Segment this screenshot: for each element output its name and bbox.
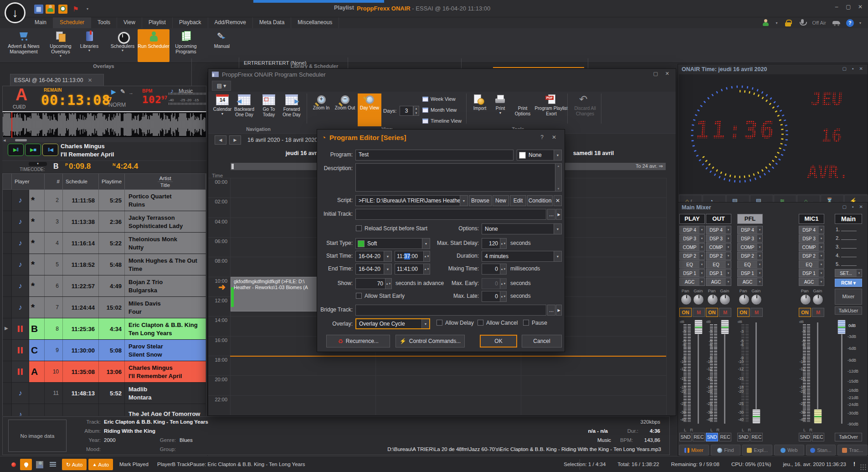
- mixer-panel-tab[interactable]: Expl...: [742, 445, 772, 456]
- channel-fader[interactable]: dB -3 -5 -6 -9 -10 -12 -15 -18 -20 -25 -…: [679, 320, 705, 426]
- reload-script-checkbox[interactable]: [356, 225, 362, 231]
- gain-knob[interactable]: [719, 294, 730, 305]
- main-fader[interactable]: 0dB -3dB -6dB -9dB -12dB -15dB -18dB -21…: [835, 320, 862, 426]
- ribbon-button[interactable]: Upcoming Overlays ▼: [46, 29, 76, 62]
- start-date-select[interactable]: 16-04-20▼: [355, 251, 392, 262]
- script-edit-button[interactable]: Edit: [510, 195, 526, 206]
- calendar-hour-row[interactable]: 18:00: [208, 356, 666, 375]
- scheduler-view-button[interactable]: Day View: [358, 93, 381, 126]
- channel-name[interactable]: PFL: [737, 214, 763, 224]
- talkover-button[interactable]: TalkOver: [835, 433, 862, 441]
- ribbon-button[interactable]: Libraries ▼: [77, 29, 101, 62]
- waveform[interactable]: [2, 111, 206, 138]
- snd-button[interactable]: SND: [679, 433, 692, 441]
- fx-slot[interactable]: DSP 2▼: [679, 252, 705, 260]
- menu-tab[interactable]: Playlist: [142, 17, 173, 28]
- fx-slot[interactable]: DSP 1▼: [799, 269, 824, 277]
- fx-slot[interactable]: DSP 1▼: [737, 269, 763, 277]
- table-row[interactable]: ▶ ♪ * 4 11:16:14 5:22 Thelonious Monk Nu…: [3, 233, 206, 254]
- flag-icon[interactable]: ⚑: [71, 5, 80, 14]
- scheduler-nav-button[interactable]: Go To Today ▼: [257, 93, 280, 126]
- allow-delay-checkbox[interactable]: [437, 320, 442, 326]
- table-row[interactable]: ▶ ♪ * 6 11:22:57 4:49 Bojan Z Trio Bulga…: [3, 275, 206, 297]
- fx-slot[interactable]: DSP 3▼: [799, 234, 824, 243]
- resize-grip[interactable]: [860, 464, 866, 470]
- fx-slot[interactable]: DSP 2▼: [737, 252, 763, 260]
- table-row[interactable]: ▶ ♪ 11 11:48:13 5:52 Madlib Montara: [3, 383, 206, 404]
- max-start-delay-spinner[interactable]: 120▲▼: [482, 238, 507, 249]
- channel-on-button[interactable]: ON: [737, 308, 750, 317]
- bridge-track-input[interactable]: [355, 305, 546, 316]
- fader-knob[interactable]: [752, 409, 760, 424]
- bridge-browse-button[interactable]: ...: [547, 305, 555, 316]
- menu-tab[interactable]: Meta Data: [253, 17, 291, 28]
- dialog-help-icon[interactable]: ?: [540, 134, 544, 140]
- onair-light-button[interactable]: [20, 459, 32, 470]
- waveform-scrollbar[interactable]: ◀: [2, 138, 206, 142]
- start-type-select[interactable]: Soft▼: [355, 238, 430, 249]
- menu-tab[interactable]: Playback: [173, 17, 208, 28]
- ribbon-button[interactable]: Run Scheduler ▼: [138, 29, 169, 62]
- description-textarea[interactable]: [355, 163, 562, 192]
- channel-mute-button[interactable]: M: [693, 308, 705, 317]
- menu-tab[interactable]: Scheduler: [53, 17, 91, 28]
- mark-played-label[interactable]: Mark Played: [119, 462, 149, 467]
- table-row[interactable]: ▶ ♪ A 10 11:35:08 13:06 Charles Mingus I…: [3, 361, 206, 383]
- start-time-spinner[interactable]: 11:37:00▲▼: [395, 251, 430, 262]
- days-spinner-arrows[interactable]: ▲▼: [413, 106, 419, 116]
- mixer-panel-tab[interactable]: Find: [711, 445, 741, 456]
- onair-close-icon[interactable]: ✕: [859, 66, 863, 71]
- minimize-button[interactable]: ‒: [832, 4, 842, 10]
- scheduler-view-button[interactable]: Zoom Out: [333, 93, 357, 126]
- rec-button[interactable]: REC: [750, 433, 763, 441]
- calendar-hour-row[interactable]: 20:00: [208, 375, 666, 395]
- days-spinner[interactable]: 3: [400, 106, 413, 116]
- alert-indicator[interactable]: !: [853, 461, 855, 467]
- initial-track-play-button[interactable]: ▶: [556, 209, 562, 220]
- main-fader-knob[interactable]: [837, 320, 846, 334]
- help-caret-icon[interactable]: ▾: [859, 21, 861, 25]
- mixer-panel-tab[interactable]: Stan...: [806, 445, 836, 456]
- quick-clock-icon[interactable]: [58, 5, 67, 14]
- rcm-button[interactable]: RCM ▾: [835, 279, 862, 287]
- pan-knob[interactable]: [681, 294, 692, 305]
- fx-slot[interactable]: COMP▼: [737, 243, 763, 251]
- ribbon-button[interactable]: Upcoming Programs ▼: [171, 29, 200, 62]
- table-row[interactable]: ▶ ♪ * 3 11:13:38 2:36 Jacky Terrasson So…: [3, 211, 206, 233]
- channel-fader[interactable]: dB -3 -5 -6 -9 -10 -12 -15 -18 -20 -25 -…: [799, 320, 824, 426]
- recurrence-button[interactable]: ♻Recurrence...: [326, 335, 390, 348]
- qat-caret-icon[interactable]: ▾: [83, 5, 92, 14]
- maximize-button[interactable]: ▢: [843, 4, 853, 10]
- app-grid-icon[interactable]: ▦: [34, 5, 43, 14]
- microphone-icon[interactable]: [798, 19, 807, 27]
- fx-slot[interactable]: AGC▼: [679, 278, 705, 286]
- duration-select[interactable]: 4 minutes▼: [482, 251, 562, 262]
- channel-name[interactable]: OUT: [706, 214, 731, 224]
- fx-slot[interactable]: COMP▼: [679, 243, 705, 251]
- table-row[interactable]: ▶ ♪ * 2 11:11:58 5:25 Portico Quartet Ru…: [3, 190, 206, 211]
- close-button[interactable]: ✕: [855, 4, 865, 10]
- gain-knob[interactable]: [693, 294, 704, 305]
- scheduler-restore-icon[interactable]: ▢: [653, 71, 657, 77]
- cue-back-button[interactable]: ‖◀: [42, 144, 58, 156]
- fader-knob[interactable]: [721, 320, 729, 334]
- script-browse-button[interactable]: Browse: [469, 195, 492, 206]
- snd-button[interactable]: SND: [799, 433, 811, 441]
- fx-slot[interactable]: EQ▼: [799, 260, 824, 269]
- mixer-panel-tab[interactable]: Mixer: [679, 445, 709, 456]
- scheduler-tool-button[interactable]: Print ▼: [491, 93, 510, 126]
- snd-button[interactable]: SND: [737, 433, 750, 441]
- scheduler-tool-button[interactable]: Import ▼: [470, 93, 490, 126]
- end-time-spinner[interactable]: 11:41:00▲▼: [395, 264, 430, 275]
- menu-tab[interactable]: Tools: [91, 17, 117, 28]
- options-select[interactable]: None▼: [482, 223, 562, 234]
- scheduler-view-button[interactable]: Zoom In: [309, 93, 333, 126]
- mixer-panel-tab[interactable]: Web: [774, 445, 804, 456]
- fx-slot[interactable]: COMP▼: [706, 243, 731, 251]
- auto-eject-button[interactable]: ▲Auto: [88, 459, 113, 470]
- scheduler-small-view-button[interactable]: Month View: [422, 105, 466, 114]
- script-clear-button[interactable]: ✕: [554, 195, 562, 206]
- calendar-hour-row[interactable]: 22:00: [208, 395, 666, 415]
- fx-slot[interactable]: AGC▼: [706, 278, 731, 286]
- user-caret-icon[interactable]: ▾: [776, 21, 778, 25]
